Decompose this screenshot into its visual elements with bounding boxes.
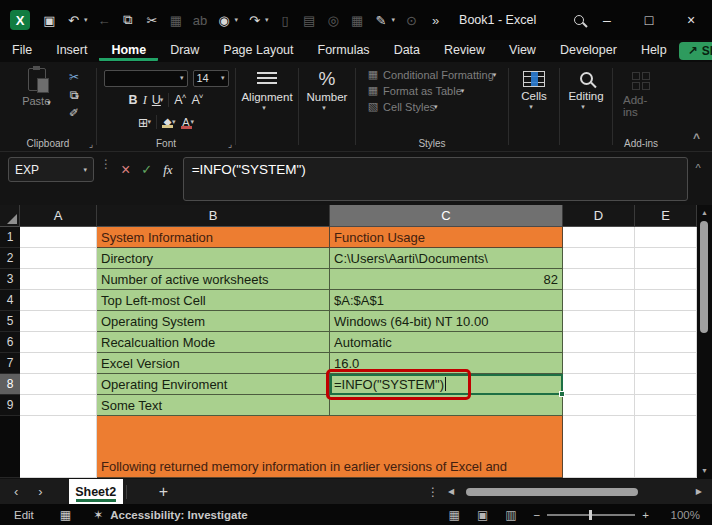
- grow-font-button[interactable]: A˄: [174, 92, 186, 107]
- alignment-button[interactable]: Alignment ▾: [235, 68, 298, 112]
- redo-chevron-icon[interactable]: ▾: [265, 16, 269, 24]
- cell-D1[interactable]: [563, 227, 635, 248]
- share-button[interactable]: ↗ Share ▾: [679, 42, 712, 60]
- cell-B3[interactable]: Number of active worksheets: [97, 269, 330, 290]
- cell-E8[interactable]: [635, 374, 697, 395]
- paste-button[interactable]: Paste ▾: [15, 68, 59, 120]
- cell-A3[interactable]: [20, 269, 97, 290]
- next-sheet-icon[interactable]: ›: [38, 484, 42, 499]
- cell-D3[interactable]: [563, 269, 635, 290]
- banner-cell[interactable]: Following returned memory information in…: [97, 416, 563, 478]
- formula-input[interactable]: =INFO("SYSTEM"): [183, 157, 688, 201]
- accessibility-status[interactable]: Accessibility: Investigate: [110, 509, 247, 521]
- formula-bar-grip-icon[interactable]: ⋮: [100, 157, 112, 171]
- cancel-button[interactable]: ×: [121, 161, 130, 179]
- undo-chevron-icon[interactable]: ▾: [84, 16, 88, 24]
- cell-B8[interactable]: Operating Enviroment: [97, 374, 330, 395]
- row-header-3[interactable]: 3: [0, 269, 20, 290]
- cell-C2[interactable]: C:\Users\Aarti\Documents\: [330, 248, 563, 269]
- row-header-8[interactable]: 8: [0, 374, 20, 395]
- cell-E4[interactable]: [635, 290, 697, 311]
- collapse-ribbon-icon[interactable]: ^: [693, 131, 700, 145]
- cell-A2[interactable]: [20, 248, 97, 269]
- cell-B9[interactable]: Some Text: [97, 395, 330, 416]
- cell-E9[interactable]: [635, 395, 697, 416]
- copy-icon[interactable]: ⧉: [121, 12, 136, 28]
- shrink-font-button[interactable]: A˅: [191, 92, 203, 107]
- cell-D7[interactable]: [563, 353, 635, 374]
- zoom-out-icon[interactable]: −: [534, 509, 541, 521]
- row-header-9[interactable]: 9: [0, 395, 20, 416]
- row-header-4[interactable]: 4: [0, 290, 20, 311]
- minimize-button[interactable]: –: [586, 0, 628, 40]
- row-header-2[interactable]: 2: [0, 248, 20, 269]
- cells-button[interactable]: Cells ▾: [515, 68, 553, 111]
- bold-button[interactable]: B: [129, 93, 138, 107]
- tab-page-layout[interactable]: Page Layout: [211, 41, 305, 61]
- font-dialog-launcher[interactable]: ⌟: [228, 139, 232, 149]
- tab-formulas[interactable]: Formulas: [306, 41, 382, 61]
- format-as-table-button[interactable]: ▦ Format as Table▾: [368, 84, 465, 97]
- cell-E6[interactable]: [635, 332, 697, 353]
- name-box[interactable]: EXP ▾: [8, 157, 94, 182]
- conditional-formatting-button[interactable]: ▦ Conditional Formatting▾: [368, 68, 497, 81]
- row-header-1[interactable]: 1: [0, 227, 20, 248]
- page-break-view-icon[interactable]: ▥: [505, 508, 516, 522]
- column-header-B[interactable]: B: [97, 205, 330, 227]
- cell-E1[interactable]: [635, 227, 697, 248]
- cell-D6[interactable]: [563, 332, 635, 353]
- macro-record-icon[interactable]: ▦: [60, 508, 71, 522]
- row-header-6[interactable]: 6: [0, 332, 20, 353]
- maximize-button[interactable]: □: [628, 0, 670, 40]
- cell-A-banner[interactable]: [20, 416, 97, 478]
- font-size-combo[interactable]: 14▾: [193, 70, 229, 87]
- underline-chevron-icon[interactable]: ▾: [160, 96, 164, 104]
- cell-C5[interactable]: Windows (64-bit) NT 10.00: [330, 311, 563, 332]
- cell-B2[interactable]: Directory: [97, 248, 330, 269]
- more-commands-icon[interactable]: »: [428, 13, 443, 28]
- page-layout-view-icon[interactable]: ▣: [477, 508, 488, 522]
- tab-help[interactable]: Help: [629, 41, 679, 61]
- cell-E2[interactable]: [635, 248, 697, 269]
- cell-E5[interactable]: [635, 311, 697, 332]
- close-button[interactable]: ×: [670, 0, 712, 40]
- copy-chevron-icon[interactable]: ▾: [76, 93, 80, 100]
- undo-icon[interactable]: ↶: [66, 13, 81, 28]
- zoom-slider-thumb[interactable]: [589, 510, 592, 520]
- tab-view[interactable]: View: [497, 41, 548, 61]
- scroll-left-icon[interactable]: ◀: [448, 487, 460, 496]
- cell-C6[interactable]: Automatic: [330, 332, 563, 353]
- save-icon[interactable]: ▣: [42, 13, 57, 28]
- sheet-tab-sheet2[interactable]: Sheet2: [69, 479, 123, 504]
- cell-A5[interactable]: [20, 311, 97, 332]
- cell-E-banner[interactable]: [635, 416, 697, 478]
- cell-C1[interactable]: Function Usage: [330, 227, 563, 248]
- select-all-corner[interactable]: [0, 205, 20, 227]
- tab-draw[interactable]: Draw: [158, 41, 211, 61]
- row-header-5[interactable]: 5: [0, 311, 20, 332]
- cell-C3[interactable]: 82: [330, 269, 563, 290]
- copy-button[interactable]: ⧉: [67, 88, 82, 102]
- format-painter-button[interactable]: ✐: [67, 106, 82, 120]
- cell-A9[interactable]: [20, 395, 97, 416]
- tab-developer[interactable]: Developer: [548, 41, 629, 61]
- prev-sheet-icon[interactable]: ‹: [14, 484, 18, 499]
- italic-button[interactable]: I: [143, 93, 147, 108]
- cell-D9[interactable]: [563, 395, 635, 416]
- cell-B5[interactable]: Operating System: [97, 311, 330, 332]
- cell-B6[interactable]: Recalcualtion Mode: [97, 332, 330, 353]
- zoom-level[interactable]: 100%: [666, 509, 700, 521]
- cell-D5[interactable]: [563, 311, 635, 332]
- enter-button[interactable]: ✓: [141, 162, 152, 177]
- cell-A8[interactable]: [20, 374, 97, 395]
- tab-insert[interactable]: Insert: [44, 41, 99, 61]
- touch-mode-icon[interactable]: ◉: [217, 13, 232, 28]
- cell-E3[interactable]: [635, 269, 697, 290]
- cell-A7[interactable]: [20, 353, 97, 374]
- tab-home[interactable]: Home: [99, 41, 158, 61]
- vertical-scrollbar[interactable]: ▲ ▼: [697, 205, 712, 479]
- cell-D8[interactable]: [563, 374, 635, 395]
- font-name-combo[interactable]: ▾: [104, 70, 188, 87]
- cell-A6[interactable]: [20, 332, 97, 353]
- row-header-7[interactable]: 7: [0, 353, 20, 374]
